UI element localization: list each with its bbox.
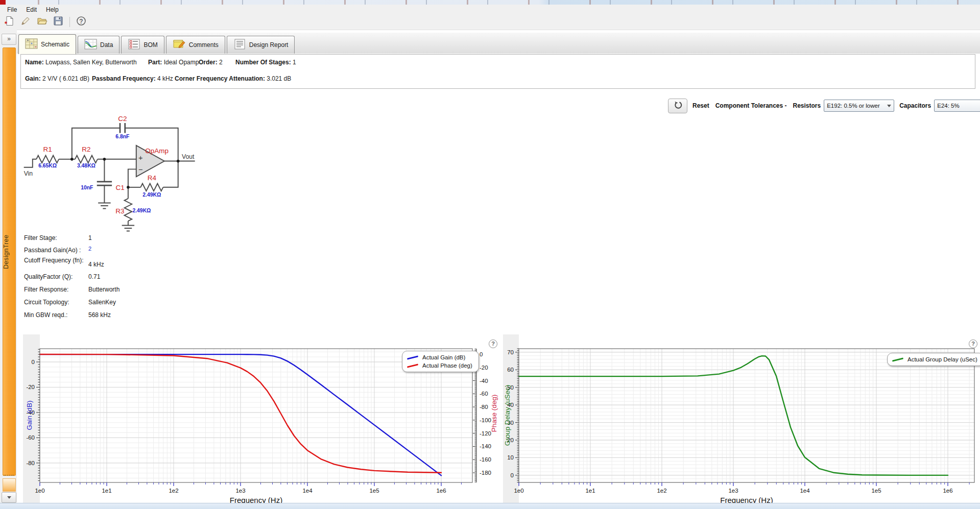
open-button[interactable] [35,15,49,29]
tab-bom[interactable]: BOM [121,36,164,54]
toolbar-separator [69,17,70,27]
c2-value[interactable]: 6.8nF [115,134,129,139]
r3-value[interactable]: 2.49KΩ [132,208,151,213]
svg-text:1e1: 1e1 [585,488,595,494]
svg-text:70: 70 [507,349,514,355]
ground-symbol [98,203,110,208]
param-label: Cutoff Frequency (fn): [24,257,84,264]
param-row: Passband Gain(Ao) : 2 [24,247,193,254]
chevron-down-icon [7,496,11,501]
tab-comments[interactable]: Comments [166,36,225,54]
help-button[interactable]: ? [74,15,88,29]
menu-help[interactable]: Help [42,6,63,14]
titlebar-red-accent [0,0,6,5]
r2-value[interactable]: 3.48KΩ [77,163,95,168]
menu-edit[interactable]: Edit [22,6,41,14]
legend-swatch [892,357,903,361]
capacitor-tolerance-select[interactable]: E24: 5% [934,100,980,112]
circuit-schematic: R1 R2 R4 C2 OpAmp R3 C1 6.65KΩ 3.48KΩ 2.… [22,115,241,243]
menu-bar: File Edit Help [0,5,980,14]
new-design-button[interactable]: * [2,15,16,29]
svg-text:-60: -60 [480,391,488,397]
titlebar-marks [20,0,975,5]
param-label: QualityFactor (Q): [24,273,84,281]
svg-text:1e0: 1e0 [514,488,523,494]
window-titlebar-remnant [0,0,980,5]
svg-text:?: ? [79,18,83,25]
menu-file[interactable]: File [3,6,21,14]
param-value: 568 kHz [88,311,111,319]
resistor-r2[interactable] [75,155,98,163]
vout-label: Vout [182,153,195,160]
tab-design-report[interactable]: Design Report [227,36,295,54]
chart-help-icon[interactable]: ? [969,340,977,348]
c2-ref: C2 [118,115,127,123]
svg-text:1e2: 1e2 [169,488,178,494]
save-floppy-icon [53,16,63,28]
r1-ref: R1 [43,146,52,153]
chevron-down-icon [887,105,891,109]
edit-design-button[interactable] [18,15,33,29]
edit-pencil-icon [20,16,31,28]
svg-text:0: 0 [32,359,35,365]
tab-schematic[interactable]: Schematic [18,34,76,54]
c1-value[interactable]: 10nF [81,185,93,190]
sidebar-grip-handle[interactable] [4,475,14,478]
design-tree-label[interactable]: DesignTree [3,224,15,280]
passband-gain-value[interactable]: 2 [88,245,91,253]
capacitors-label: Capacitors [899,102,931,109]
undo-reset-button[interactable] [668,99,687,113]
r2-ref: R2 [82,146,90,153]
capacitor-c1[interactable] [97,182,112,185]
param-value: 4 kHz [88,261,104,269]
ground-symbol [122,225,134,231]
delay-axis-title: Group Delay (uSec) [504,380,511,451]
opamp-plus: + [138,154,143,162]
r1-value[interactable]: 6.65KΩ [38,163,57,168]
svg-text:1e2: 1e2 [657,488,666,494]
vin-label: Vin [24,170,33,177]
data-chart-icon [84,39,97,51]
resistor-r4[interactable] [140,184,163,191]
param-value: 1 [88,234,92,242]
chart-legend: Actual Group Delay (uSec) [887,353,980,366]
reset-button[interactable]: Reset [692,102,709,109]
param-row: Filter Stage: 1 [24,234,193,242]
sidebar-dropdown-button[interactable] [2,492,16,503]
svg-text:-160: -160 [480,456,491,463]
tab-label: Data [100,41,113,49]
tab-label: BOM [144,41,157,49]
param-value: 0.71 [88,273,100,281]
svg-text:1e6: 1e6 [436,488,446,494]
param-row: Min GBW reqd.: 568 kHz [24,311,193,319]
group-delay-chart: Group Delay (uSec) ? 7060504030201001e01… [503,334,978,504]
sidebar-expand-button[interactable]: » [2,34,16,45]
param-label: Filter Stage: [24,234,84,242]
window-footer-strip [0,503,980,509]
capacitor-c2[interactable] [120,123,125,133]
resistor-tolerance-select[interactable]: E192: 0.5% or lower [824,100,894,112]
tolerance-bar: Reset Component Tolerances - Resistors E… [668,98,980,113]
resistor-r3[interactable] [125,199,132,221]
param-value: Butterworth [88,286,119,294]
r4-ref: R4 [148,174,157,182]
r3-ref: R3 [115,207,124,215]
help-icon: ? [76,16,86,28]
new-design-icon: * [4,16,14,28]
svg-text:60: 60 [507,367,514,373]
save-button[interactable] [51,15,65,29]
chart-help-icon[interactable]: ? [489,340,497,348]
schematic-icon [25,38,38,51]
resistor-r1[interactable] [36,155,59,163]
tab-data[interactable]: Data [78,36,119,54]
r4-value[interactable]: 2.49KΩ [142,192,161,198]
c1-ref: C1 [115,184,124,191]
schematic-wires [24,123,195,231]
legend-swatch [407,355,418,359]
undo-arrow-icon [673,101,682,111]
param-label: Passband Gain(Ao) : [24,247,84,254]
svg-text:1e5: 1e5 [369,488,379,494]
param-value: SallenKey [88,299,116,306]
svg-text:0: 0 [480,351,483,357]
svg-text:-40: -40 [480,378,488,384]
